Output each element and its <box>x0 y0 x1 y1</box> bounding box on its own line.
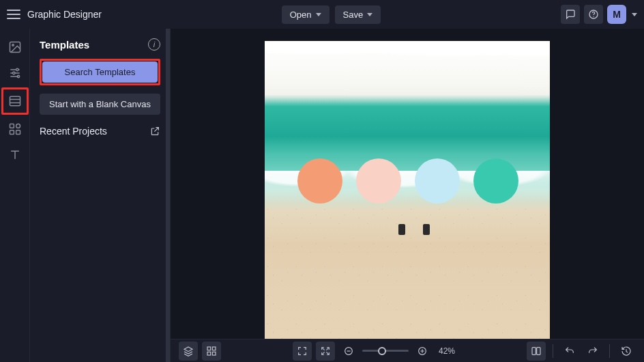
layers-icon <box>183 346 194 357</box>
chevron-down-icon <box>316 13 321 16</box>
svg-rect-11 <box>16 130 20 135</box>
svg-point-3 <box>12 44 13 46</box>
search-templates-button[interactable]: Search Templates <box>42 61 158 83</box>
help-icon <box>588 9 599 20</box>
comment-icon <box>565 9 576 20</box>
history-icon <box>621 346 632 357</box>
svg-rect-7 <box>10 96 20 105</box>
svg-point-4 <box>16 68 18 70</box>
avatar-button[interactable]: M <box>607 5 626 24</box>
save-button-label: Save <box>343 10 364 20</box>
info-icon[interactable]: i <box>148 38 160 51</box>
chevron-down-icon[interactable] <box>632 13 637 16</box>
bottombar: 42% <box>171 339 644 362</box>
rail-image-button[interactable] <box>3 36 27 59</box>
divider <box>609 344 610 358</box>
tool-rail <box>0 29 30 362</box>
redo-icon <box>587 346 598 357</box>
image-icon <box>8 40 22 54</box>
canvas-wrap: 42% <box>171 29 644 362</box>
sliders-icon <box>8 66 22 80</box>
elements-icon <box>8 122 22 136</box>
rail-elements-button[interactable] <box>3 117 27 141</box>
templates-panel: Templates i Search Templates Start with … <box>30 29 171 362</box>
svg-rect-8 <box>10 124 14 128</box>
undo-icon <box>564 346 575 357</box>
rail-text-button[interactable] <box>3 143 27 167</box>
open-button-label: Open <box>290 10 312 20</box>
divider <box>553 344 553 358</box>
save-button[interactable]: Save <box>335 5 381 24</box>
hamburger-menu-icon[interactable] <box>7 10 20 19</box>
avatar-initial: M <box>613 9 621 20</box>
zoom-slider[interactable] <box>362 350 409 352</box>
rail-templates-button[interactable] <box>1 87 29 115</box>
grid-icon <box>206 346 217 357</box>
fit-screen-button[interactable] <box>293 342 312 361</box>
templates-icon <box>8 94 22 108</box>
color-swatch-4[interactable] <box>473 158 518 204</box>
layers-button[interactable] <box>179 342 198 361</box>
app-title: Graphic Designer <box>27 9 102 20</box>
color-swatch-1[interactable] <box>297 158 342 204</box>
grid-button[interactable] <box>202 342 221 361</box>
rail-adjust-button[interactable] <box>3 61 27 85</box>
redo-button[interactable] <box>583 342 602 361</box>
svg-rect-14 <box>207 352 211 355</box>
help-button[interactable] <box>584 5 603 24</box>
svg-rect-12 <box>207 347 211 350</box>
chevron-down-icon <box>367 13 372 16</box>
svg-point-1 <box>593 16 594 17</box>
search-templates-highlight: Search Templates <box>40 59 160 85</box>
svg-rect-15 <box>212 352 216 355</box>
zoom-label: 42% <box>439 346 455 356</box>
compare-icon <box>531 346 542 357</box>
compare-button[interactable] <box>527 342 546 361</box>
text-icon <box>8 148 22 162</box>
open-button[interactable]: Open <box>282 5 330 24</box>
panel-title: Templates <box>40 39 89 51</box>
zoom-out-button[interactable] <box>339 342 358 361</box>
zoom-in-icon <box>417 346 428 357</box>
canvas-figure-2 <box>423 224 430 235</box>
svg-rect-13 <box>212 347 216 350</box>
zoom-out-icon <box>343 346 354 357</box>
svg-rect-18 <box>532 347 536 354</box>
expand-icon <box>320 346 331 357</box>
zoom-in-button[interactable] <box>413 342 432 361</box>
color-swatch-2[interactable] <box>356 158 401 204</box>
svg-point-9 <box>16 124 20 128</box>
svg-point-5 <box>12 72 14 74</box>
comment-button[interactable] <box>561 5 580 24</box>
expand-button[interactable] <box>316 342 335 361</box>
fit-screen-icon <box>297 346 308 357</box>
canvas[interactable] <box>265 41 550 339</box>
zoom-controls: 42% <box>339 342 455 361</box>
canvas-sand-layer <box>265 204 550 339</box>
recent-projects-label: Recent Projects <box>40 126 107 137</box>
topbar: Graphic Designer Open Save M <box>0 0 644 29</box>
blank-canvas-button[interactable]: Start with a Blank Canvas <box>40 94 160 115</box>
color-swatch-3[interactable] <box>415 158 460 204</box>
canvas-figure-1 <box>398 224 405 235</box>
svg-rect-10 <box>10 130 14 135</box>
canvas-foam-layer <box>265 41 550 104</box>
undo-button[interactable] <box>560 342 579 361</box>
zoom-slider-thumb[interactable] <box>378 347 386 355</box>
external-link-icon[interactable] <box>149 126 160 137</box>
svg-rect-19 <box>537 347 540 354</box>
history-button[interactable] <box>617 342 636 361</box>
